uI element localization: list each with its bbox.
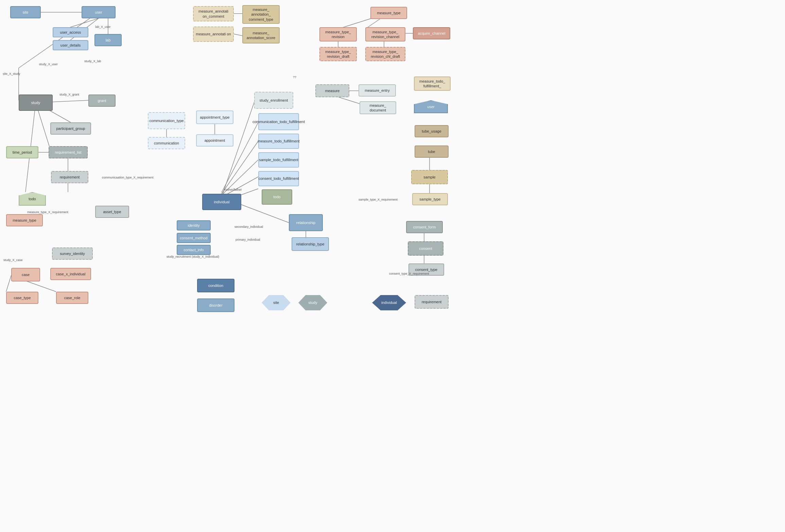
entity-user-right[interactable]: user [414,100,448,113]
entity-measure-annotation-score[interactable]: measure_ annotation_score [242,27,280,44]
entity-measure-annotation-comment[interactable]: measure_annotati on_comment [193,6,234,21]
entity-identity[interactable]: identity [177,220,211,230]
diagram-canvas: site user user_access user_details lab s… [0,0,785,532]
entity-tube-usage[interactable]: tube_usage [415,125,449,137]
entity-survey-identity[interactable]: survey_identity [52,247,93,260]
entity-appointment-type[interactable]: appointment_type [196,110,233,124]
entity-participant-group[interactable]: participant_group [50,122,91,135]
label-primary-individual: primary_individual [236,238,260,241]
connections-svg [0,0,785,532]
entity-user[interactable]: user [82,6,116,18]
entity-sample[interactable]: sample [411,170,448,184]
entity-user-details[interactable]: user_details [53,40,88,50]
entity-measure[interactable]: measure [315,84,349,97]
entity-todo-left[interactable]: todo [19,192,46,206]
entity-study[interactable]: study [19,95,53,111]
label-sample-type-x-requirement: sample_type_X_requirement [359,198,398,201]
label-study-recruitment: study_recruitment (study_X_individual) [167,255,219,258]
entity-lab[interactable]: lab [94,34,122,46]
entity-measure-type-right[interactable]: measure_type [370,7,407,19]
entity-requirement-bottom[interactable]: requirement [415,295,449,309]
entity-study-bottom[interactable]: study [298,295,327,310]
entity-measure-annotation-comment-type[interactable]: measure_ annotation_ comment_type [242,5,280,24]
entity-measure-todo-fulfillment-mid[interactable]: measure_todo_fulfillment [258,134,299,149]
label-question-marks: ?? [293,75,296,79]
svg-line-36 [6,275,11,292]
entity-requirement-list[interactable]: requirement_list [49,146,88,158]
svg-line-1 [70,18,99,27]
entity-condition[interactable]: condition [197,279,234,292]
label-study-x-user: study_X_user [39,63,58,66]
entity-consent-form[interactable]: consent_form [406,221,443,233]
entity-communication[interactable]: communication [148,137,185,149]
entity-measure-type-revision[interactable]: measure_type_ revision [319,27,357,41]
entity-site[interactable]: site [10,6,41,18]
entity-measure-type-revision-draft[interactable]: measure_type_ revision_draft [319,47,357,61]
entity-consent-method[interactable]: consent_method [177,233,211,243]
entity-time-period[interactable]: time_period [6,146,38,158]
entity-measure-entry[interactable]: measure_entry [359,84,396,97]
entity-requirement[interactable]: requirement [51,171,88,183]
entity-sample-todo-fulfillment[interactable]: sample_todo_fulfillment [258,152,299,168]
entity-disorder[interactable]: disorder [197,298,234,312]
svg-line-37 [25,281,56,292]
entity-study-enrollment[interactable]: study_enrollment [254,92,293,109]
label-study-x-grant: study_X_grant [59,93,79,96]
entity-sample-type[interactable]: sample_type [412,193,448,205]
label-mother-father: mother/father [224,188,242,191]
entity-relationship-type[interactable]: relationship_type [292,237,329,251]
entity-contact-info[interactable]: contact_info [177,245,211,255]
entity-todo-center[interactable]: todo [262,189,292,205]
svg-line-24 [222,122,258,192]
entity-case-role[interactable]: case_role [56,292,88,304]
entity-tube[interactable]: tube [415,145,449,158]
entity-individual[interactable]: individual [202,194,241,210]
label-study-x-lab: study_X_lab [84,59,101,63]
svg-line-22 [222,160,258,195]
label-communicaation-type-x-requirement: communicaation_type_X_requirement [102,176,154,179]
entity-measure-document[interactable]: measure_ document [360,101,396,114]
entity-site-bottom[interactable]: site [262,295,291,310]
entity-individual-bottom[interactable]: individual [372,295,406,310]
entity-consent-todo-fulfillment[interactable]: consent_todo_fulfillment [258,171,299,186]
entity-acquire-channel[interactable]: acquire_channel [413,27,450,39]
label-measure-type-x-requirement: measure_type_X_requirement [27,210,68,214]
entity-measure-type-revision-channel[interactable]: measure_type_ revision_channel [365,27,405,41]
entity-grant[interactable]: grant [88,95,116,107]
entity-communication-todo-fulfillment[interactable]: communication_todo_fulfillment [258,113,299,130]
entity-communication-type[interactable]: communication_type [148,112,185,129]
entity-consent-type[interactable]: consent_type [408,263,444,276]
svg-line-23 [222,141,258,194]
entity-case[interactable]: case [11,268,40,281]
entity-measure-annotation[interactable]: measure_annotati on [193,27,234,42]
label-lab-x-user: lab_X_user [95,25,111,29]
entity-case-type[interactable]: case_type [6,292,38,304]
entity-relationship[interactable]: relationship [289,214,323,231]
entity-appointment[interactable]: appointment [196,134,233,147]
entity-measure-type-revision-chl-draft[interactable]: measure_type_ revision_chl_draft [365,47,405,61]
label-site-x-study: site_X_study [3,72,20,75]
entity-measure-type-left[interactable]: measure_type [6,214,43,226]
entity-case-x-individual[interactable]: case_x_individual [50,268,91,280]
entity-asset-type[interactable]: asset_type [95,206,129,218]
label-study-x-case: study_X_case [3,258,23,262]
label-secondary-individual: secondary_individual [234,225,263,228]
entity-user-access[interactable]: user_access [53,27,88,37]
entity-consent[interactable]: consent [408,241,443,256]
entity-measure-todo-fulfillment-right[interactable]: measure_todo_ fulfillment_ [414,76,451,91]
svg-line-19 [234,34,242,36]
